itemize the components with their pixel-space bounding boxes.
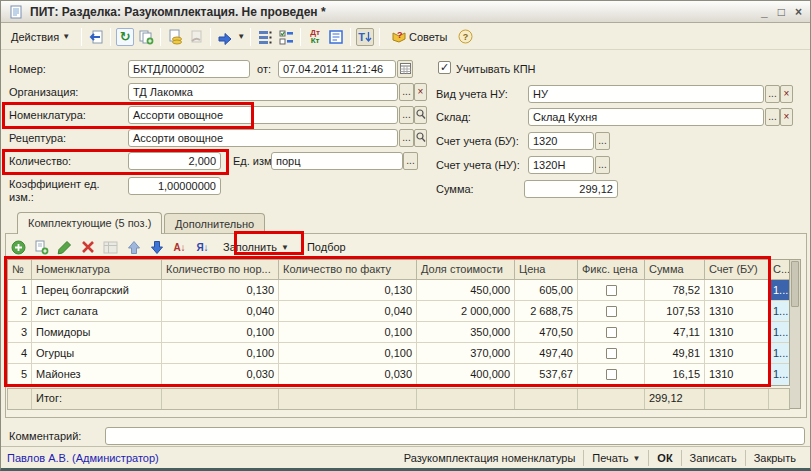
column-header[interactable]: С... [769, 260, 789, 280]
cell-extra[interactable]: 1... [769, 301, 789, 322]
delete-row-icon[interactable] [78, 238, 97, 257]
cell-extra[interactable]: 1... [769, 364, 789, 385]
fixed-price-checkbox[interactable] [578, 280, 645, 301]
cell-name[interactable]: Перец болгарский [32, 280, 162, 301]
cell-name[interactable]: Помидоры [32, 322, 162, 343]
nomenklatura-select-icon[interactable]: ... [399, 106, 414, 124]
column-header[interactable]: Фикс. цена [578, 260, 645, 280]
cell-qty_fact[interactable]: 0,100 [279, 343, 417, 364]
date-field[interactable]: 07.04.2014 11:21:46 [278, 60, 396, 78]
add-row-icon[interactable] [9, 238, 28, 257]
schet-bu-field[interactable]: 1320 [528, 132, 594, 150]
cell-num[interactable]: 5 [8, 364, 32, 385]
koefficient-field[interactable]: 1,00000000 [128, 177, 221, 195]
checkbox-icon[interactable] [606, 285, 617, 296]
vid-ucheta-field[interactable]: НУ [528, 85, 764, 103]
cell-share[interactable]: 2 000,000 [417, 301, 515, 322]
help-icon[interactable]: ? [457, 28, 475, 46]
cell-qty_norm[interactable]: 0,100 [162, 343, 279, 364]
actions-button[interactable]: Действия▼ [5, 28, 76, 46]
cell-price[interactable]: 2 688,75 [515, 301, 578, 322]
organizaciya-select-icon[interactable]: ... [399, 83, 414, 101]
dtkt-postings-icon[interactable]: Дт Кт [306, 28, 324, 46]
fixed-price-checkbox[interactable] [578, 343, 645, 364]
column-header[interactable]: Количество по нор... [162, 260, 279, 280]
fixed-price-checkbox[interactable] [578, 364, 645, 385]
fixed-price-checkbox[interactable] [578, 301, 645, 322]
schet-nu-select-icon[interactable]: ... [595, 156, 610, 174]
report-icon[interactable] [327, 28, 345, 46]
calendar-icon[interactable] [397, 60, 413, 78]
tab-komplektuyushchie[interactable]: Комплектующие (5 поз.) [17, 212, 162, 234]
cell-price[interactable]: 537,67 [515, 364, 578, 385]
sklad-field[interactable]: Склад Кухня [528, 108, 764, 126]
cell-qty_fact[interactable]: 0,040 [279, 301, 417, 322]
cell-sum[interactable]: 49,81 [645, 343, 705, 364]
pick-button[interactable]: Подбор [300, 238, 353, 256]
goto-icon[interactable] [216, 28, 234, 46]
nomenklatura-search-icon[interactable] [414, 106, 427, 124]
table-scrollbar[interactable] [790, 259, 801, 409]
table-row[interactable]: 2Лист салата0,0400,0402 000,0002 688,751… [8, 301, 789, 322]
checkbox-icon[interactable] [606, 306, 617, 317]
ed-izm-field[interactable]: порц [271, 152, 403, 170]
print-button[interactable]: Печать▼ [583, 450, 648, 466]
nomenklatura-field[interactable]: Ассорти овощное [128, 106, 398, 124]
column-header[interactable]: Цена [515, 260, 578, 280]
cell-account[interactable]: 1310 [705, 322, 769, 343]
sort-ascending-icon[interactable]: А↓ [170, 238, 189, 257]
column-header[interactable]: Сумма [645, 260, 705, 280]
cell-share[interactable]: 400,000 [417, 364, 515, 385]
cell-price[interactable]: 497,40 [515, 343, 578, 364]
column-header[interactable]: Количество по факту [279, 260, 417, 280]
cell-qty_norm[interactable]: 0,030 [162, 364, 279, 385]
ok-button[interactable]: ОК [648, 450, 680, 466]
cell-qty_fact[interactable]: 0,130 [279, 280, 417, 301]
vid-ucheta-select-icon[interactable]: ... [765, 85, 780, 103]
receptura-select-icon[interactable]: ... [399, 129, 414, 147]
close-button[interactable]: × [795, 3, 802, 21]
cell-account[interactable]: 1310 [705, 364, 769, 385]
cell-sum[interactable]: 16,15 [645, 364, 705, 385]
cell-share[interactable]: 450,000 [417, 280, 515, 301]
cell-account[interactable]: 1310 [705, 343, 769, 364]
cell-account[interactable]: 1310 [705, 280, 769, 301]
checkbox-icon[interactable] [606, 348, 617, 359]
refresh-icon[interactable]: ↻ [116, 28, 134, 46]
move-up-icon[interactable] [124, 238, 143, 257]
reread-document-icon[interactable] [87, 28, 105, 46]
cell-share[interactable]: 350,000 [417, 322, 515, 343]
kolichestvo-field[interactable]: 2,000 [128, 152, 221, 170]
cell-price[interactable]: 605,00 [515, 280, 578, 301]
copy-row-icon[interactable] [32, 238, 51, 257]
cell-num[interactable]: 4 [8, 343, 32, 364]
cell-sum[interactable]: 78,52 [645, 280, 705, 301]
column-header[interactable]: Счет (БУ) [705, 260, 769, 280]
nomer-field[interactable]: БКТДЛ000002 [128, 60, 250, 78]
table-row[interactable]: 5Майонез0,0300,030400,000537,6716,151310… [8, 364, 789, 385]
cell-qty_fact[interactable]: 0,100 [279, 322, 417, 343]
cell-sum[interactable]: 107,53 [645, 301, 705, 322]
cell-qty_norm[interactable]: 0,100 [162, 322, 279, 343]
organizaciya-field[interactable]: ТД Лакомка [128, 83, 398, 101]
post-document-icon[interactable] [166, 28, 184, 46]
save-button[interactable]: Записать [681, 450, 745, 466]
tips-button[interactable]: ? Советы [385, 26, 453, 47]
schet-nu-field[interactable]: 1320Н [528, 156, 594, 174]
description-toggle-icon[interactable]: Т [356, 28, 374, 46]
cell-num[interactable]: 2 [8, 301, 32, 322]
column-header[interactable]: Номенклатура [32, 260, 162, 280]
ed-izm-select-icon[interactable]: ... [403, 152, 418, 170]
maximize-button[interactable]: □ [778, 3, 785, 21]
close-form-button[interactable]: Закрыть [745, 450, 804, 466]
organizaciya-clear-icon[interactable]: × [414, 83, 427, 101]
cell-share[interactable]: 370,000 [417, 343, 515, 364]
cell-price[interactable]: 470,50 [515, 322, 578, 343]
table-row[interactable]: 4Огурцы0,1000,100370,000497,4049,8113101… [8, 343, 789, 364]
cell-extra[interactable]: 1... [769, 322, 789, 343]
table-row[interactable]: 1Перец болгарский0,1300,130450,000605,00… [8, 280, 789, 301]
sklad-clear-icon[interactable]: × [780, 108, 793, 126]
column-header[interactable]: Доля стоимости [417, 260, 515, 280]
list-settings-icon[interactable] [277, 28, 295, 46]
cell-name[interactable]: Огурцы [32, 343, 162, 364]
